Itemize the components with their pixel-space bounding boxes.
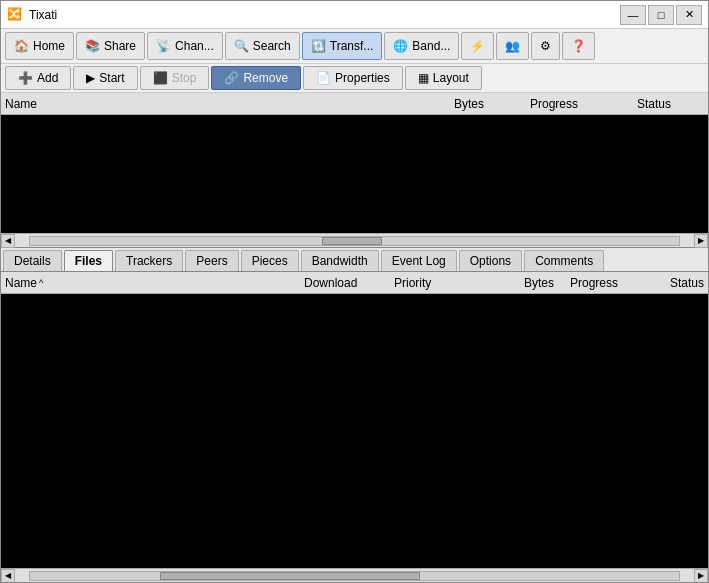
home-button[interactable]: 🏠 Home xyxy=(5,32,74,60)
add-icon: ➕ xyxy=(18,71,33,85)
tab-comments[interactable]: Comments xyxy=(524,250,604,271)
bandwidth-label: Band... xyxy=(412,39,450,53)
title-bar: 🔀 Tixati — □ ✕ xyxy=(1,1,708,29)
tab-bandwidth[interactable]: Bandwidth xyxy=(301,250,379,271)
col-header-status: Status xyxy=(604,97,704,111)
fcol-header-priority: Priority xyxy=(394,276,484,290)
people-button[interactable]: 👥 xyxy=(496,32,529,60)
search-label: Search xyxy=(253,39,291,53)
main-toolbar: 🏠 Home 📚 Share 📡 Chan... 🔍 Search 🔃 Tran… xyxy=(1,29,708,64)
add-label: Add xyxy=(37,71,58,85)
remove-button[interactable]: 🔗 Remove xyxy=(211,66,301,90)
bandwidth-button[interactable]: 🌐 Band... xyxy=(384,32,459,60)
network-button[interactable]: ⚡ xyxy=(461,32,494,60)
scroll-thumb[interactable] xyxy=(322,237,382,245)
start-label: Start xyxy=(99,71,124,85)
col-header-bytes: Bytes xyxy=(404,97,484,111)
help-button[interactable]: ❓ xyxy=(562,32,595,60)
share-label: Share xyxy=(104,39,136,53)
files-scroll-thumb[interactable] xyxy=(160,572,420,580)
search-icon: 🔍 xyxy=(234,39,249,53)
bandwidth-icon: 🌐 xyxy=(393,39,408,53)
tab-trackers[interactable]: Trackers xyxy=(115,250,183,271)
tab-bar: Details Files Trackers Peers Pieces Band… xyxy=(1,248,708,272)
stop-label: Stop xyxy=(172,71,197,85)
files-column-header: Name ^ Download Priority Bytes Progress … xyxy=(1,272,708,294)
transfers-icon: 🔃 xyxy=(311,39,326,53)
transfer-list-container: Name Bytes Progress Status ◀ ▶ xyxy=(1,93,708,248)
tab-peers[interactable]: Peers xyxy=(185,250,238,271)
tab-pieces[interactable]: Pieces xyxy=(241,250,299,271)
channels-button[interactable]: 📡 Chan... xyxy=(147,32,223,60)
close-button[interactable]: ✕ xyxy=(676,5,702,25)
maximize-button[interactable]: □ xyxy=(648,5,674,25)
stop-icon: ⬛ xyxy=(153,71,168,85)
layout-button[interactable]: ▦ Layout xyxy=(405,66,482,90)
files-scroll-track[interactable] xyxy=(29,571,680,581)
files-scroll-right[interactable]: ▶ xyxy=(694,569,708,583)
tab-event-log[interactable]: Event Log xyxy=(381,250,457,271)
bottom-panel: Details Files Trackers Peers Pieces Band… xyxy=(1,248,708,582)
home-icon: 🏠 xyxy=(14,39,29,53)
scroll-track[interactable] xyxy=(29,236,680,246)
tab-details[interactable]: Details xyxy=(3,250,62,271)
window-controls: — □ ✕ xyxy=(620,5,702,25)
transfers-button[interactable]: 🔃 Transf... xyxy=(302,32,383,60)
main-content: Name Bytes Progress Status ◀ ▶ Details xyxy=(1,93,708,582)
search-button[interactable]: 🔍 Search xyxy=(225,32,300,60)
files-scrollbar-h[interactable]: ◀ ▶ xyxy=(1,568,708,582)
app-icon: 🔀 xyxy=(7,7,23,23)
share-icon: 📚 xyxy=(85,39,100,53)
add-button[interactable]: ➕ Add xyxy=(5,66,71,90)
settings-button[interactable]: ⚙ xyxy=(531,32,560,60)
stop-button[interactable]: ⬛ Stop xyxy=(140,66,210,90)
tab-files[interactable]: Files xyxy=(64,250,113,271)
properties-label: Properties xyxy=(335,71,390,85)
minimize-button[interactable]: — xyxy=(620,5,646,25)
scroll-right-arrow[interactable]: ▶ xyxy=(694,234,708,248)
files-scroll-left[interactable]: ◀ xyxy=(1,569,15,583)
start-button[interactable]: ▶ Start xyxy=(73,66,137,90)
scroll-left-arrow[interactable]: ◀ xyxy=(1,234,15,248)
channels-icon: 📡 xyxy=(156,39,171,53)
gear-icon: ⚙ xyxy=(540,39,551,53)
home-label: Home xyxy=(33,39,65,53)
sort-arrow: ^ xyxy=(39,278,43,288)
layout-icon: ▦ xyxy=(418,71,429,85)
fcol-header-name: Name ^ xyxy=(5,276,304,290)
start-icon: ▶ xyxy=(86,71,95,85)
transfers-label: Transf... xyxy=(330,39,374,53)
layout-label: Layout xyxy=(433,71,469,85)
network-icon: ⚡ xyxy=(470,39,485,53)
fcol-header-progress: Progress xyxy=(554,276,634,290)
window-title: Tixati xyxy=(29,8,57,22)
col-header-progress: Progress xyxy=(484,97,604,111)
transfer-list-body xyxy=(1,115,708,233)
main-window: 🔀 Tixati — □ ✕ 🏠 Home 📚 Share 📡 Chan... … xyxy=(0,0,709,583)
help-icon: ❓ xyxy=(571,39,586,53)
remove-label: Remove xyxy=(243,71,288,85)
files-list-body xyxy=(1,294,708,568)
tab-options[interactable]: Options xyxy=(459,250,522,271)
remove-icon: 🔗 xyxy=(224,71,239,85)
title-bar-left: 🔀 Tixati xyxy=(7,7,57,23)
fcol-header-status: Status xyxy=(634,276,704,290)
col-header-name: Name xyxy=(5,97,404,111)
action-toolbar: ➕ Add ▶ Start ⬛ Stop 🔗 Remove 📄 Properti… xyxy=(1,64,708,93)
properties-button[interactable]: 📄 Properties xyxy=(303,66,403,90)
properties-icon: 📄 xyxy=(316,71,331,85)
fcol-header-bytes: Bytes xyxy=(484,276,554,290)
people-icon: 👥 xyxy=(505,39,520,53)
transfer-scrollbar-h[interactable]: ◀ ▶ xyxy=(1,233,708,247)
transfer-column-header: Name Bytes Progress Status xyxy=(1,93,708,115)
channels-label: Chan... xyxy=(175,39,214,53)
share-button[interactable]: 📚 Share xyxy=(76,32,145,60)
fcol-header-download: Download xyxy=(304,276,394,290)
